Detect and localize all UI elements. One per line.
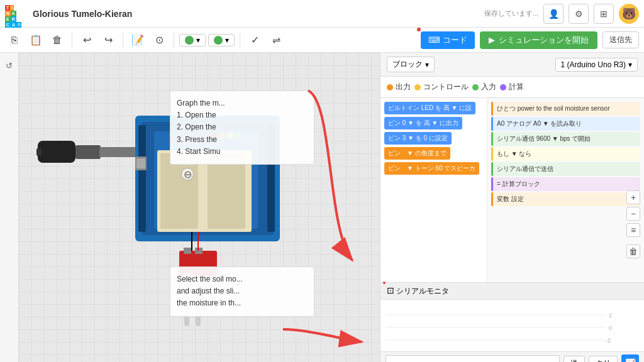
flip-btn[interactable]: ⇌ (267, 31, 286, 50)
paste-btn[interactable]: 📋 (26, 31, 45, 50)
topbar-right: 保存しています... 👤 ⚙ ⊞ 🐻 (484, 4, 639, 24)
svg-rect-1 (36, 148, 42, 156)
svg-rect-17 (160, 153, 198, 229)
svg-rect-15 (136, 158, 145, 168)
cat-input-label: 入力 (481, 82, 496, 92)
block-pin-output[interactable]: ピン 0 ▼ を 高 ▼ に出力 (384, 117, 462, 129)
instruction-bottom-line3: the moisture in th... (177, 297, 308, 309)
svg-text:0: 0 (609, 325, 612, 331)
ws-block-var[interactable]: 変数 設定 (491, 192, 640, 206)
cat-math-label: 計算 (509, 82, 524, 92)
line-color-btn[interactable]: ▾ (208, 34, 235, 47)
annotation-btn[interactable]: 📝 (128, 31, 147, 50)
serial-graph-btn[interactable]: 📈 (621, 354, 639, 362)
serial-send-label: 送 (570, 359, 578, 363)
ws-block-math[interactable]: = 計算ブロック (491, 177, 640, 191)
undo-btn[interactable]: ↩ (77, 31, 96, 50)
category-bar: 出力 コントロール 入力 計算 (380, 77, 644, 98)
share-icon-btn[interactable]: 👤 (543, 4, 564, 24)
code-button[interactable]: ⌨ コード (421, 31, 475, 49)
line-dropdown-icon: ▾ (225, 36, 229, 45)
arduino-select-label: 1 (Arduino Uno R3) (561, 60, 626, 69)
code-btn-wrapper: ⌨ コード (421, 31, 475, 49)
graph-icon: 📈 (625, 358, 636, 362)
serial-circle-highlight (383, 282, 386, 284)
left-rotate-icon[interactable]: ↺ (2, 58, 17, 73)
svg-rect-3 (99, 147, 137, 157)
svg-rect-0 (38, 141, 75, 163)
trash-btn[interactable]: 🗑 (626, 244, 640, 258)
block-pin-set[interactable]: ピン 3 ▼ を 0 に設定 (384, 132, 452, 145)
ws-block-if[interactable]: もし ▼ なら (491, 147, 640, 161)
block-type-select[interactable]: ブロック ▾ (387, 57, 435, 72)
instruction-bottom-line1: Select the soil mo... (177, 273, 308, 285)
serial-graph-area: 2 0 -2 送 クリ 📈 (380, 299, 644, 362)
ws-block-serial-send[interactable]: シリアル通信で送信 (491, 162, 640, 176)
send-btn[interactable]: 送信先 (602, 31, 639, 48)
delete-btn[interactable]: 🗑 (48, 31, 67, 50)
divider4 (240, 33, 240, 48)
instructions-bottom-panel: Select the soil mo... and adjust the sli… (170, 266, 314, 317)
divider2 (123, 33, 123, 48)
cat-output-dot (387, 84, 393, 90)
play-icon: ▶ (489, 35, 495, 45)
code-icon: ⌨ (428, 35, 440, 45)
serial-clear-btn[interactable]: クリ (589, 356, 618, 363)
block-pin-angle[interactable]: ピン ▼ の角度まで (384, 147, 450, 160)
ws-block-analog[interactable]: A0 アナログ A0 ▼ を読み取り (491, 117, 640, 131)
topbar: TI NK ER CAD Glorious Tumelo-Kieran 保存して… (0, 0, 644, 28)
grid-icon-btn[interactable]: ⊞ (594, 4, 614, 24)
blocks-area: ビルトイン LED を 高 ▼ に設 ピン 0 ▼ を 高 ▼ に出力 ピン 3… (380, 98, 644, 282)
tinkercad-logo[interactable]: TI NK ER CAD (5, 5, 23, 23)
block-pin-tone[interactable]: ピン ▼ トーン 60 でスピーカ (384, 162, 479, 175)
zoom-menu-btn[interactable]: ≡ (626, 223, 640, 237)
svg-text:-2: -2 (606, 337, 611, 344)
cat-output[interactable]: 出力 (387, 82, 411, 92)
settings-icon-btn[interactable]: ⚙ (569, 4, 589, 24)
divider1 (72, 33, 72, 48)
svg-rect-2 (75, 145, 101, 159)
arduino-select[interactable]: 1 (Arduino Uno R3) ▾ (555, 58, 638, 72)
check-btn[interactable]: ✓ (245, 31, 264, 50)
simulate-btn[interactable]: ▶ シミュレーションを開始 (480, 31, 597, 49)
zoom-controls: + − ≡ 🗑 (626, 190, 640, 258)
code-workspace[interactable]: ひとつ power to the soil moisture sensor A0… (487, 98, 644, 282)
serial-text-input[interactable] (386, 355, 560, 362)
divider3 (174, 33, 174, 48)
minus-icon-1: ⊖ (181, 168, 194, 180)
redo-btn[interactable]: ↪ (99, 31, 118, 50)
ws-block-power[interactable]: ひとつ power to the soil moisture sensor (491, 102, 640, 116)
cat-control[interactable]: コントロール (414, 82, 469, 92)
svg-rect-6 (138, 125, 146, 232)
cat-math[interactable]: 計算 (500, 82, 524, 92)
copy-btn[interactable]: ⎘ (5, 31, 24, 50)
save-status: 保存しています... (484, 9, 538, 18)
graph-svg: 2 0 -2 (386, 302, 639, 346)
block-builtin-led[interactable]: ビルトイン LED を 高 ▼ に設 (384, 102, 475, 114)
shape-color-dot (185, 36, 194, 45)
instruction-title: Graph the m... (177, 97, 308, 109)
shape-color-btn[interactable]: ▾ (179, 34, 206, 47)
color-dropdown-icon: ▾ (196, 36, 200, 45)
toolbar-row: ⎘ 📋 🗑 ↩ ↪ 📝 ⊙ ▾ ▾ ✓ ⇌ ⌨ コード ▶ シミュレーションを開… (0, 28, 644, 53)
serial-icon: ⊡ (387, 285, 394, 295)
main-area: ↺ (0, 53, 644, 362)
code-label: コード (443, 35, 467, 46)
svg-rect-20 (184, 248, 191, 254)
ws-block-serial-begin[interactable]: シリアル通信 9600 ▼ bps で開始 (491, 132, 640, 146)
serial-monitor-wrapper: ⊡ シリアルモニタ (387, 285, 449, 297)
serial-input-bar: 送 クリ 📈 (380, 351, 644, 362)
serial-send-btn[interactable]: 送 (564, 356, 585, 363)
svg-text:2: 2 (609, 312, 612, 319)
instruction-step1: 1. Open the (177, 109, 308, 121)
block-palette: ビルトイン LED を 高 ▼ に設 ピン 0 ▼ を 高 ▼ に出力 ピン 3… (380, 98, 487, 282)
serial-clear-label: クリ (596, 359, 611, 363)
serial-monitor-label[interactable]: シリアルモニタ (396, 287, 449, 295)
cat-output-label: 出力 (396, 82, 411, 92)
profile-avatar[interactable]: 🐻 (619, 4, 639, 24)
cat-input[interactable]: 入力 (472, 82, 496, 92)
component-btn[interactable]: ⊙ (150, 31, 169, 50)
canvas-area[interactable]: Soil Moisture Sensor ⊖ ⊖ Graph the m... … (19, 53, 380, 362)
zoom-out-btn[interactable]: − (626, 207, 640, 221)
zoom-in-btn[interactable]: + (626, 190, 640, 204)
